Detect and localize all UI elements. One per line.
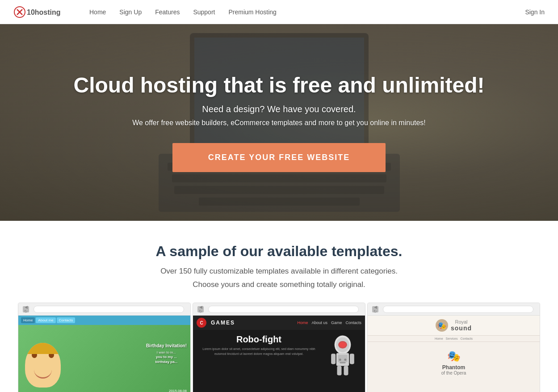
svg-rect-8 [172, 174, 386, 182]
svg-rect-10 [199, 198, 360, 206]
nav-signup[interactable]: Sign Up [119, 8, 142, 16]
nav-home[interactable]: Home [89, 8, 106, 16]
browser-bar-birthday: ◀ ↻ [18, 303, 190, 316]
games-brand: GAMES [211, 320, 235, 326]
templates-subtitle2: Choose yours and create something totall… [18, 280, 540, 289]
birthday-nav: Home About me Contacts [18, 316, 190, 325]
royal-brand-sub: Royal [451, 319, 472, 325]
svg-rect-20 [344, 366, 348, 375]
hero-section: Cloud hosting that is free and unlimited… [0, 24, 558, 221]
svg-point-22 [344, 358, 346, 361]
royal-phantom-title: Phantom of the Opera [441, 364, 466, 375]
svg-point-14 [340, 342, 346, 348]
birthday-date: 2015.08.08 [169, 389, 187, 392]
templates-section: A sample of our available templates. Ove… [0, 221, 558, 392]
royal-mask-decoration: 🎭 [447, 350, 461, 362]
template-preview-birthday[interactable]: ◀ ↻ Home About me Contacts [18, 303, 191, 392]
create-website-button[interactable]: CREATE YOUR FREE WEBSITE [172, 143, 386, 172]
birthday-nav-about[interactable]: About me [36, 317, 55, 323]
games-links: Home About us Game Contacts [297, 320, 361, 325]
games-preview-content: C GAMES Home About us Game Contacts Robo… [193, 316, 365, 392]
svg-text:10hosting: 10hosting [27, 8, 61, 16]
hero-title: Cloud hosting that is free and unlimited… [74, 73, 485, 97]
template-previews-row: ◀ ↻ Home About me Contacts [18, 303, 540, 392]
games-nav-game[interactable]: Game [331, 320, 342, 325]
royal-nav-services[interactable]: Services [446, 337, 458, 340]
nav-support[interactable]: Support [193, 8, 215, 16]
template-preview-royal[interactable]: ◀ ↻ 🎭 Royal sound Home Services Contacts [367, 303, 540, 392]
browser-nav-left: ◀ ↻ [23, 306, 29, 312]
signin-link[interactable]: Sign In [525, 8, 545, 16]
games-text-area: Robo-fight Lorem ipsum dolor sit amet, c… [197, 334, 320, 379]
browser-nav-left-games: ◀ ↻ [197, 306, 204, 312]
royal-nav: Home Services Contacts [368, 336, 540, 342]
games-hero-title: Robo-fight [197, 334, 320, 344]
games-nav-home[interactable]: Home [297, 320, 308, 325]
birthday-nav-home[interactable]: Home [21, 317, 35, 323]
birthday-nav-contacts[interactable]: Contacts [57, 317, 76, 323]
games-nav-about[interactable]: About us [311, 320, 327, 325]
games-logo: C [197, 318, 206, 328]
browser-bar-royal: ◀ ↻ [368, 303, 540, 316]
royal-logo-icon: 🎭 [436, 319, 448, 332]
nav-features[interactable]: Features [155, 8, 180, 16]
nav-links: Home Sign Up Features Support Premium Ho… [89, 8, 525, 16]
browser-nav-left-royal: ◀ ↻ [372, 306, 378, 312]
svg-rect-19 [337, 366, 342, 375]
browser-url-royal [383, 306, 533, 313]
hero-description: We offer free website builders, eCommerc… [74, 119, 485, 127]
games-nav: C GAMES Home About us Game Contacts [193, 316, 365, 330]
svg-point-21 [339, 358, 341, 361]
royal-brand-main: sound [451, 325, 472, 332]
birthday-overlay-text: Birthday Invitation! I wan to in... you … [146, 343, 187, 364]
browser-url-games [208, 306, 359, 313]
svg-rect-16 [338, 355, 348, 362]
royal-header: 🎭 Royal sound [368, 316, 540, 336]
svg-rect-9 [174, 186, 384, 194]
svg-rect-18 [350, 354, 354, 364]
games-robot-illustration [325, 334, 361, 379]
royal-nav-contacts[interactable]: Contacts [460, 337, 473, 340]
browser-url-birthday [34, 306, 184, 313]
royal-preview-content: 🎭 Royal sound Home Services Contacts 🎭 [368, 316, 540, 392]
nav-premium[interactable]: Premium Hosting [228, 8, 276, 16]
templates-title: A sample of our available templates. [18, 243, 540, 260]
svg-rect-23 [340, 362, 345, 363]
logo[interactable]: 10hosting [13, 4, 71, 20]
browser-bar-games: ◀ ↻ [193, 303, 365, 316]
games-nav-contacts[interactable]: Contacts [345, 320, 361, 325]
royal-brand: Royal sound [451, 319, 472, 332]
royal-nav-home[interactable]: Home [435, 337, 443, 340]
royal-center: 🎭 Phantom of the Opera [371, 346, 536, 375]
birthday-preview-content: Home About me Contacts [18, 316, 190, 392]
templates-subtitle: Over 150 fully customizable templates av… [18, 267, 540, 276]
navbar: 10hosting Home Sign Up Features Support … [0, 0, 558, 24]
games-content: Robo-fight Lorem ipsum dolor sit amet, c… [193, 330, 365, 384]
hero-content: Cloud hosting that is free and unlimited… [56, 73, 503, 172]
hero-subtitle: Need a design? We have you covered. [74, 104, 485, 114]
royal-content: 🎭 Phantom of the Opera [368, 342, 540, 379]
games-lorem-text: Lorem ipsum dolor sit amet, consectetuer… [197, 347, 320, 356]
svg-rect-17 [331, 354, 336, 364]
template-preview-games[interactable]: ◀ ↻ C GAMES Home About us Game Contacts [193, 303, 365, 392]
